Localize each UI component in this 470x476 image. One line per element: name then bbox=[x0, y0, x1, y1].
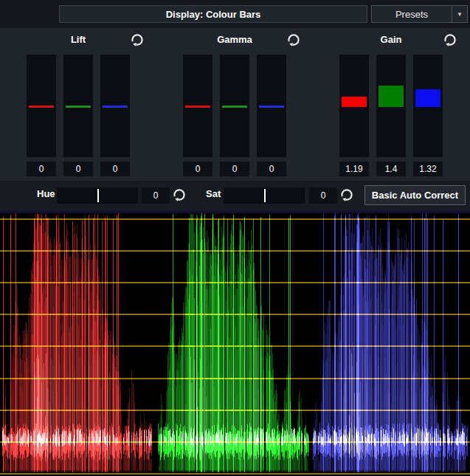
rgb-parade-waveform-scope bbox=[0, 210, 470, 476]
hue-value[interactable]: 0 bbox=[142, 187, 170, 204]
gain-green-value[interactable]: 1.4 bbox=[376, 162, 406, 176]
gamma-section: Gamma 0 bbox=[156, 28, 313, 181]
gain-green-slider[interactable] bbox=[376, 55, 406, 157]
sat-reset-icon[interactable] bbox=[339, 187, 354, 203]
display-mode-button[interactable]: Display: Colour Bars bbox=[59, 5, 367, 23]
dropdown-arrow-icon[interactable]: ▼ bbox=[452, 6, 467, 22]
lift-green-value[interactable]: 0 bbox=[63, 162, 93, 176]
gain-red-slider[interactable] bbox=[339, 55, 369, 157]
lift-red-handle[interactable] bbox=[29, 106, 54, 108]
gain-blue-value[interactable]: 1.32 bbox=[413, 162, 443, 176]
lift-gamma-gain-controls: Lift 0 bbox=[0, 28, 470, 181]
gamma-green-slider[interactable] bbox=[220, 55, 249, 157]
gamma-blue-slider[interactable] bbox=[257, 55, 286, 157]
gamma-red-slider[interactable] bbox=[183, 55, 212, 157]
gamma-red-value[interactable]: 0 bbox=[183, 162, 212, 176]
gamma-green-handle[interactable] bbox=[222, 106, 247, 108]
gain-red-handle[interactable] bbox=[342, 97, 367, 107]
lift-red-value[interactable]: 0 bbox=[27, 162, 56, 176]
sat-value[interactable]: 0 bbox=[309, 187, 337, 204]
lift-reset-icon[interactable] bbox=[130, 32, 145, 48]
hue-slider[interactable] bbox=[57, 187, 138, 204]
gain-green-handle[interactable] bbox=[379, 86, 404, 107]
sat-slider[interactable] bbox=[224, 187, 305, 204]
hue-slider-thumb[interactable] bbox=[97, 189, 99, 202]
gamma-red-handle[interactable] bbox=[185, 106, 210, 108]
colour-correction-panel: Display: Colour Bars Presets ▼ Lift bbox=[0, 0, 470, 476]
sat-label: Sat bbox=[206, 188, 221, 199]
presets-label[interactable]: Presets bbox=[372, 6, 452, 22]
gain-section: Gain 1.19 bbox=[313, 28, 469, 181]
lift-blue-handle[interactable] bbox=[103, 106, 128, 108]
gamma-green-value[interactable]: 0 bbox=[220, 162, 249, 176]
hue-reset-icon[interactable] bbox=[172, 187, 187, 203]
lift-red-slider[interactable] bbox=[27, 55, 56, 157]
lift-green-slider[interactable] bbox=[63, 55, 93, 157]
lift-green-handle[interactable] bbox=[66, 106, 91, 108]
presets-button[interactable]: Presets ▼ bbox=[371, 5, 468, 23]
lift-section: Lift 0 bbox=[0, 28, 156, 181]
gain-blue-handle[interactable] bbox=[415, 89, 440, 107]
gamma-blue-value[interactable]: 0 bbox=[257, 162, 286, 176]
lift-blue-slider[interactable] bbox=[100, 55, 130, 157]
gamma-reset-icon[interactable] bbox=[286, 32, 301, 48]
gamma-blue-handle[interactable] bbox=[259, 106, 284, 108]
gain-red-value[interactable]: 1.19 bbox=[339, 162, 369, 176]
gain-blue-slider[interactable] bbox=[413, 55, 443, 157]
hue-sat-row: Hue 0 Sat 0 Basic Auto Correct bbox=[0, 181, 470, 210]
top-bar: Display: Colour Bars Presets ▼ bbox=[0, 0, 470, 28]
basic-auto-correct-button[interactable]: Basic Auto Correct bbox=[364, 185, 466, 205]
sat-slider-thumb[interactable] bbox=[264, 189, 266, 202]
lift-blue-value[interactable]: 0 bbox=[100, 162, 130, 176]
gain-reset-icon[interactable] bbox=[443, 32, 457, 48]
hue-label: Hue bbox=[37, 188, 55, 199]
